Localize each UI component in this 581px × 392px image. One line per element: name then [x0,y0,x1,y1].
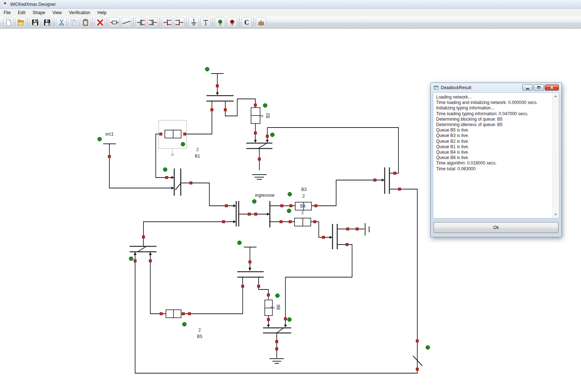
fork-top[interactable] [206,96,234,101]
port [224,109,227,111]
log-line: Queue B5 is live. [436,128,549,133]
token-green [163,168,167,172]
label-b1-size: 2 [196,147,199,152]
port [398,188,401,191]
sink-ground-2[interactable] [269,359,284,363]
wire [185,101,212,134]
dialog-window-icon [434,85,439,90]
port [356,228,359,230]
token-green [98,137,102,141]
port [190,182,192,184]
wire [181,183,235,206]
token-green [181,142,185,146]
port [160,313,163,315]
token-green [238,241,242,245]
ok-button-label: Ok [493,225,499,230]
ok-button[interactable]: Ok [434,222,559,233]
port [242,285,244,288]
port [182,313,185,315]
log-line: Queue B4 is live. [436,150,549,155]
wire [285,245,352,327]
port [258,285,260,288]
label-b3-name: B3 [301,187,307,192]
wire [181,277,243,314]
function-bottom-right[interactable] [413,356,422,366]
log-line: Determining blocking of queue: B5 [436,117,549,122]
port [280,221,283,223]
merge-bottom-left[interactable] [130,246,156,252]
label-b6-size: 2 [270,306,275,309]
port [276,341,278,343]
port [142,236,145,238]
label-b5-name: B5 [197,334,202,339]
log-scrollbar[interactable] [552,93,559,218]
token-green [252,200,256,204]
label-src1: src1 [105,132,114,137]
port [160,133,162,135]
fork-bottom[interactable] [237,272,264,277]
token-green [288,318,292,322]
token-green [205,67,209,71]
label-b1-name: B1 [195,154,200,159]
sink-ground-1[interactable] [252,175,267,179]
wire [143,222,235,246]
wire [109,144,173,188]
port [254,104,257,107]
port [188,313,191,315]
merge-under-b2[interactable] [246,143,272,149]
label-ingresssw: ingresssw [255,193,275,198]
port [267,318,270,321]
port [166,176,168,179]
token-green [276,294,280,298]
port [394,172,396,175]
scroll-down-icon[interactable] [554,214,557,216]
port [211,109,213,111]
queue-b5[interactable] [166,310,181,318]
fork-right[interactable] [385,167,389,194]
port [276,348,278,350]
merge-left[interactable] [174,168,181,196]
scroll-up-icon[interactable] [554,95,557,97]
port [255,213,257,216]
queue-b1[interactable] [165,130,181,138]
port [108,155,111,158]
minimize-button[interactable] [522,84,533,91]
wire [267,128,398,173]
log-line: Queue B6 is live. [436,155,549,160]
port [184,133,186,135]
wire [135,189,417,373]
queue-b4[interactable] [294,218,311,226]
merge-mid[interactable] [236,201,239,226]
log-line: Queue B2 is live. [436,139,549,144]
maximize-button[interactable] [534,84,544,91]
port [254,132,257,134]
close-button[interactable]: ✕ [545,84,559,91]
port [322,236,325,239]
label-b2-size: 3 [259,115,264,117]
token-green [129,257,133,261]
deadlock-result-dialog: DeadlockResult ✕ Loading network... Time… [430,83,562,237]
sink-right[interactable] [365,223,369,235]
token-green [271,133,275,137]
log-line: Time total: 0.063000 [436,166,549,172]
port [266,135,269,138]
result-log-text: Loading network... Time loading and init… [434,93,552,217]
log-line: Initializing typing information... [436,105,549,111]
token-green [287,209,291,213]
port [315,205,317,207]
port [225,205,228,207]
green-tokens[interactable] [98,67,430,350]
merge-bottom[interactable] [263,328,291,333]
wire [270,180,384,206]
port [314,221,316,223]
port [346,243,348,246]
port [416,340,419,342]
fork-mid[interactable] [333,224,337,249]
log-line: Time algorithm: 0.016000 secs. [436,160,549,166]
port [284,318,287,320]
port [222,221,225,223]
token-green [183,322,187,326]
maximize-icon [537,86,540,89]
result-log-panel: Loading network... Time loading and init… [433,92,559,218]
port [267,294,270,296]
